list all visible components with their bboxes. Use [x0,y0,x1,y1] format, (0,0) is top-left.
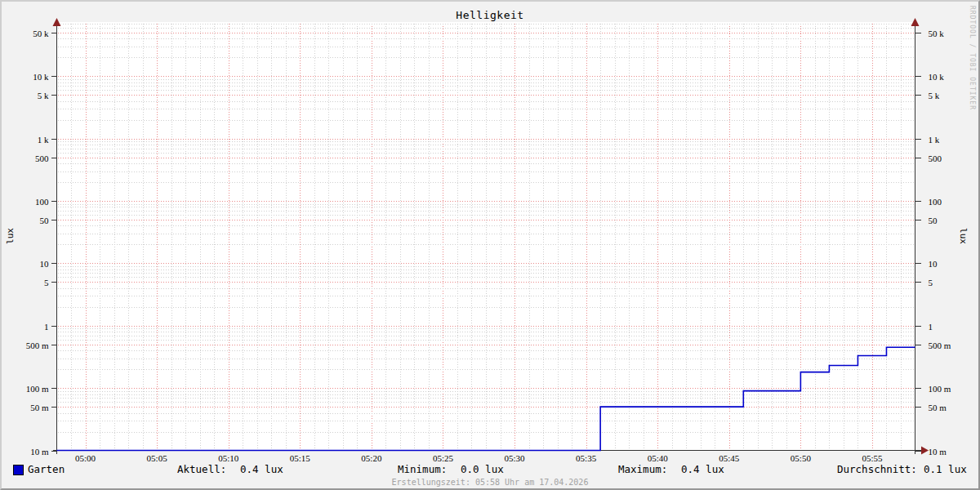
svg-text:1: 1 [929,322,933,332]
creation-time-footer: Erstellungszeit: 05:58 Uhr am 17.04.2026 [2,478,978,487]
legend-row: Garten Aktuell: 0.4 lux Minimum: 0.0 lux… [2,463,978,476]
stat-aktuell-label: Aktuell: [177,463,226,475]
svg-text:10: 10 [40,259,50,269]
legend-label-garten: Garten [28,463,65,475]
svg-text:100: 100 [929,197,942,207]
svg-text:05:25: 05:25 [433,453,454,463]
svg-text:1 k: 1 k [38,135,49,145]
svg-text:50 m: 50 m [929,403,947,412]
stat-minimum-label: Minimum: [398,463,447,475]
svg-text:100 m: 100 m [929,384,951,394]
svg-text:500 m: 500 m [26,341,49,350]
svg-text:05:00: 05:00 [75,453,96,463]
svg-text:10 k: 10 k [929,72,945,82]
svg-text:05:50: 05:50 [791,453,812,463]
legend-swatch-garten [13,465,24,475]
svg-text:10 m: 10 m [929,447,947,457]
svg-text:50 k: 50 k [929,29,945,38]
svg-text:50: 50 [40,216,50,225]
svg-text:05:15: 05:15 [290,453,311,463]
svg-text:05:05: 05:05 [147,453,168,463]
svg-text:1: 1 [44,322,49,332]
stat-maximum-label: Maximum: [618,463,667,475]
chart-canvas: 50 k50 k10 k10 k5 k5 k1 k1 k500500100100… [2,2,978,488]
svg-text:5 k: 5 k [38,91,49,100]
svg-text:10: 10 [929,259,938,269]
svg-text:05:55: 05:55 [862,453,883,463]
svg-text:5: 5 [44,278,49,287]
svg-text:100 m: 100 m [26,384,49,394]
svg-text:5 k: 5 k [929,91,940,100]
stat-maximum-value: 0.4 lux [681,463,724,475]
svg-text:100: 100 [35,197,49,207]
svg-text:50 k: 50 k [33,29,49,38]
svg-text:5: 5 [929,278,933,287]
svg-text:05:30: 05:30 [505,453,526,463]
stat-minimum-value: 0.0 lux [461,463,504,475]
svg-text:500: 500 [35,154,49,163]
svg-text:50: 50 [929,216,938,225]
svg-text:500 m: 500 m [929,341,951,350]
svg-text:05:20: 05:20 [361,453,382,463]
stat-durchschnitt-value: 0.1 lux [924,463,967,475]
svg-text:50 m: 50 m [30,403,49,412]
rrdtool-graph: Helligkeit lux lux RRDTOOL / TOBI OETIKE… [0,0,980,490]
svg-text:05:35: 05:35 [576,453,597,463]
svg-text:05:40: 05:40 [648,453,669,463]
stat-aktuell-value: 0.4 lux [240,463,283,475]
stat-durchschnitt-label: Durchschnitt: [837,463,917,475]
svg-text:10 k: 10 k [33,72,49,82]
svg-text:05:45: 05:45 [719,453,740,463]
svg-text:05:10: 05:10 [218,453,239,463]
svg-text:10 m: 10 m [30,447,49,457]
svg-text:1 k: 1 k [929,135,940,145]
svg-text:500: 500 [929,154,942,163]
